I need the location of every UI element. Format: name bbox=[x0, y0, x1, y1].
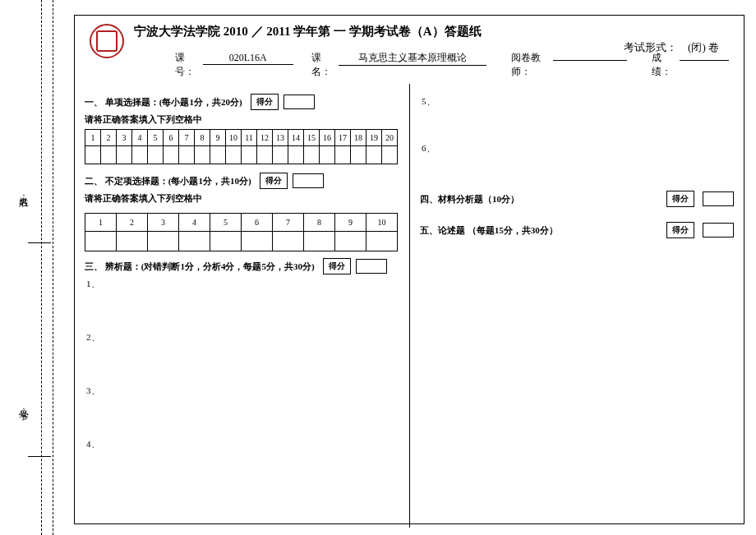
grid-cell: 4 bbox=[132, 130, 148, 146]
section-4-title: 四、材料分析题（10分） bbox=[420, 193, 519, 205]
exam-form-label: 考试形式： bbox=[624, 41, 677, 53]
body-columns: 一、 单项选择题：(每小题1分，共20分) 得分 请将正确答案填入下列空格中 1… bbox=[75, 84, 744, 528]
section-1-head: 一、 单项选择题：(每小题1分，共20分) 得分 bbox=[85, 94, 399, 110]
grid-cell: 11 bbox=[242, 130, 257, 146]
qR-6: 6、 bbox=[422, 142, 734, 155]
qR-5: 5、 bbox=[422, 95, 734, 108]
grid-10-header-row: 1 2 3 4 5 6 7 8 9 10 bbox=[85, 214, 398, 232]
fold-dash-1 bbox=[41, 0, 42, 535]
section-1-sub: 请将正确答案填入下列空格中 bbox=[85, 113, 399, 126]
grid-cell: 4 bbox=[179, 214, 210, 232]
course-name-label: 课名： bbox=[311, 51, 333, 79]
grid-cell: 5 bbox=[210, 214, 242, 232]
total-score-label: 成绩： bbox=[652, 51, 673, 79]
score-box-value-4[interactable] bbox=[703, 191, 734, 206]
grid-cell: 1 bbox=[85, 130, 101, 146]
section-3-title: 三、 辨析题：(对错判断1分，分析4分，每题5分，共30分) bbox=[85, 261, 315, 273]
grid-cell: 3 bbox=[117, 130, 132, 146]
grid-cell: 12 bbox=[257, 130, 273, 146]
grid-cell: 9 bbox=[335, 214, 366, 232]
score-box-label-1: 得分 bbox=[251, 94, 279, 110]
grid-cell: 9 bbox=[210, 130, 226, 146]
section-2-title: 二、 不定项选择题：(每小题1分，共10分) bbox=[85, 175, 251, 187]
grid-10: 1 2 3 4 5 6 7 8 9 10 bbox=[85, 213, 398, 251]
grid-cell: 13 bbox=[273, 130, 288, 146]
sheet-header: 宁波大学法学院 2010 ／ 2011 学年第 一 学期考试卷（A）答题纸 课号… bbox=[75, 16, 744, 84]
grid-cell: 7 bbox=[273, 214, 304, 232]
grid-cell: 8 bbox=[304, 214, 335, 232]
grid-cell: 10 bbox=[226, 130, 242, 146]
score-box-label-3: 得分 bbox=[323, 258, 351, 274]
meta-line: 课号： 020L16A 课名： 马克思主义基本原理概论 阅卷教师： 成绩： bbox=[134, 51, 729, 79]
score-box-value-3[interactable] bbox=[356, 259, 387, 274]
exam-form-value: (闭) 卷 bbox=[688, 41, 719, 53]
grid-cell: 1 bbox=[85, 214, 117, 232]
section-5-title: 五、论述题 （每题15分，共30分） bbox=[420, 224, 558, 237]
score-box-value-1[interactable] bbox=[284, 95, 315, 109]
grid-cell: 20 bbox=[382, 130, 398, 146]
grader-value[interactable] bbox=[553, 60, 627, 61]
id-underline bbox=[28, 456, 51, 457]
q3-2: 2、 bbox=[86, 331, 399, 344]
q3-3: 3、 bbox=[86, 385, 399, 397]
answer-sheet: 宁波大学法学院 2010 ／ 2011 学年第 一 学期考试卷（A）答题纸 课号… bbox=[74, 15, 744, 524]
course-code-label: 课号： bbox=[175, 51, 196, 79]
grid-cell: 18 bbox=[351, 130, 366, 146]
course-code-value: 020L16A bbox=[203, 52, 293, 65]
score-box-value-2[interactable] bbox=[293, 173, 324, 188]
university-seal-icon bbox=[90, 24, 124, 58]
grid-cell: 3 bbox=[148, 214, 179, 232]
q3-4: 4、 bbox=[86, 438, 399, 450]
name-underline bbox=[28, 242, 51, 243]
score-box-value-5[interactable] bbox=[703, 223, 734, 238]
grid-cell: 14 bbox=[288, 130, 304, 146]
grid-cell: 16 bbox=[320, 130, 335, 146]
q3-1: 1、 bbox=[86, 278, 399, 290]
grid-cell: 8 bbox=[195, 130, 210, 146]
binding-margin: 姓名： 学号： bbox=[0, 0, 64, 535]
grid-cell: 2 bbox=[101, 130, 117, 146]
id-label: 学号： bbox=[16, 403, 30, 413]
grid-10-answer-row[interactable] bbox=[85, 232, 398, 251]
section-5-head: 五、论述题 （每题15分，共30分） 得分 bbox=[420, 222, 734, 238]
grid-20-header-row: 1 2 3 4 5 6 7 8 9 10 11 12 13 14 15 16 1 bbox=[85, 130, 398, 146]
grid-cell: 6 bbox=[164, 130, 179, 146]
grid-cell: 7 bbox=[179, 130, 195, 146]
score-box-label-2: 得分 bbox=[260, 173, 288, 189]
grid-20-answer-row[interactable] bbox=[85, 146, 398, 164]
section-2-head: 二、 不定项选择题：(每小题1分，共10分) 得分 bbox=[85, 173, 399, 189]
score-box-label-4: 得分 bbox=[666, 191, 694, 207]
section-3-head: 三、 辨析题：(对错判断1分，分析4分，每题5分，共30分) 得分 bbox=[85, 258, 399, 274]
section-2-sub: 请将正确答案填入下列空格中 bbox=[85, 192, 399, 205]
sheet-title: 宁波大学法学院 2010 ／ 2011 学年第 一 学期考试卷（A）答题纸 bbox=[134, 24, 729, 39]
grid-cell: 2 bbox=[117, 214, 148, 232]
section-1-title: 一、 单项选择题：(每小题1分，共20分) bbox=[85, 96, 242, 108]
course-name-value: 马克思主义基本原理概论 bbox=[339, 51, 486, 66]
column-right: 5、 6、 四、材料分析题（10分） 得分 五、论述题 （每题15分，共30分）… bbox=[410, 84, 744, 528]
grid-20: 1 2 3 4 5 6 7 8 9 10 11 12 13 14 15 16 1 bbox=[85, 129, 398, 164]
name-label: 姓名： bbox=[16, 189, 30, 199]
grid-cell: 17 bbox=[335, 130, 351, 146]
column-left: 一、 单项选择题：(每小题1分，共20分) 得分 请将正确答案填入下列空格中 1… bbox=[75, 84, 410, 528]
grid-cell: 19 bbox=[366, 130, 382, 146]
grid-cell: 15 bbox=[304, 130, 320, 146]
grid-cell: 10 bbox=[366, 214, 398, 232]
section-4-head: 四、材料分析题（10分） 得分 bbox=[420, 191, 734, 207]
exam-form: 考试形式： (闭) 卷 bbox=[624, 40, 719, 55]
fold-dash-2 bbox=[53, 0, 53, 535]
score-box-label-5: 得分 bbox=[666, 222, 694, 238]
grid-cell: 5 bbox=[148, 130, 164, 146]
total-score-value[interactable] bbox=[680, 60, 729, 61]
grader-label: 阅卷教师： bbox=[511, 51, 546, 79]
grid-cell: 6 bbox=[242, 214, 273, 232]
